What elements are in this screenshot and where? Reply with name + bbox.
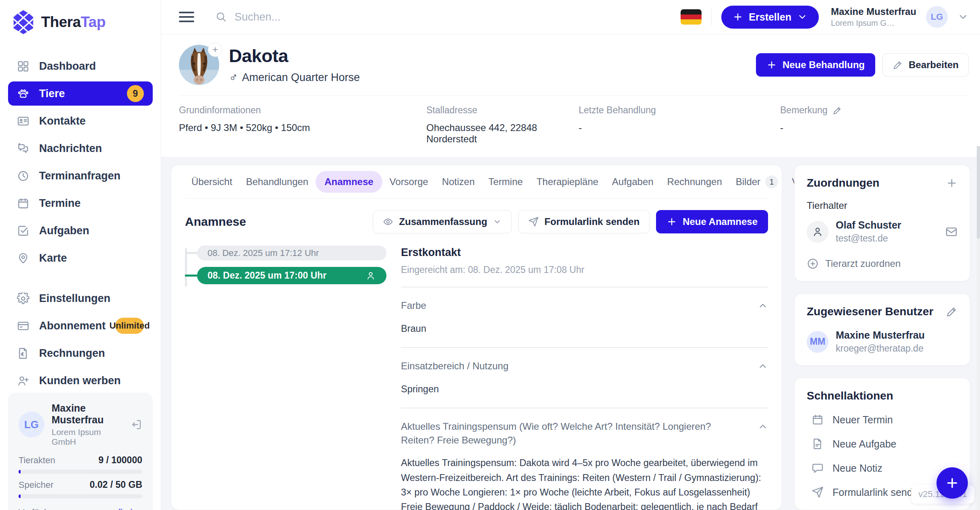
pencil-icon[interactable] [833, 106, 842, 115]
sidebar: TheraTap Dashboard Tiere 9 Kontakte Nach… [0, 0, 161, 510]
sidebar-item-nachrichten[interactable]: Nachrichten [8, 136, 153, 160]
sidebar-item-rechnungen[interactable]: Rechnungen [8, 341, 153, 365]
assigned-user-avatar: MM [807, 331, 828, 353]
send-form-link-label: Formularlink senden [544, 216, 639, 227]
info-label: Bemerkung [780, 105, 828, 116]
account-name: Maxine Musterfrau [52, 402, 123, 426]
quick-action-new-task[interactable]: Neue Aufgabe [807, 438, 958, 450]
sidebar-item-einstellungen[interactable]: Einstellungen [8, 286, 153, 310]
entry-submitted-at: Eingereicht am: 08. Dez. 2025 um 17:08 U… [401, 264, 768, 275]
scrollbar-thumb[interactable] [977, 146, 980, 239]
timeline-entry-1712[interactable]: 08. Dez. 2025 um 17:12 Uhr [197, 246, 386, 260]
menu-toggle-button[interactable] [179, 9, 194, 25]
tab-notizen[interactable]: Notizen [436, 171, 481, 193]
detail-tabs: Übersicht Behandlungen Anamnese Vorsorge… [185, 165, 768, 199]
question-section-trainingspensum: Aktuelles Trainingspensum (Wie oft? Welc… [401, 420, 768, 510]
info-value-grundinformationen: Pferd • 9J 3M • 520kg • 150cm [179, 122, 426, 133]
person-icon [365, 271, 376, 281]
tab-uebersicht[interactable]: Übersicht [185, 171, 239, 193]
chat-bubbles-icon [17, 142, 29, 155]
tab-aufgaben[interactable]: Aufgaben [606, 171, 660, 193]
theratoken-topup-link[interactable]: aufladen [108, 507, 142, 510]
assign-vet-label: Tierarzt zuordnen [825, 258, 901, 269]
assigned-user-row[interactable]: MM Maxine Musterfrau kroeger@theratap.de [807, 329, 958, 354]
topbar-avatar[interactable]: LG [926, 6, 948, 28]
question-toggle-trainingspensum[interactable]: Aktuelles Trainingspensum (Wie oft? Welc… [401, 420, 768, 447]
assigned-user-card: Zugewiesener Benutzer MM Maxine Musterfr… [794, 294, 970, 366]
sidebar-item-label: Rechnungen [39, 347, 105, 360]
paw-icon [17, 87, 29, 100]
tab-therapieplaene[interactable]: Therapiepläne [530, 171, 604, 193]
calendar-icon [17, 197, 29, 210]
account-company: Lorem Ipsum GmbH [52, 427, 123, 447]
sidebar-item-kunden-werben[interactable]: Kunden werben [8, 368, 153, 393]
plus-icon [945, 476, 959, 490]
animal-info-row: Grundinformationen Pferd • 9J 3M • 520kg… [179, 96, 969, 157]
chevron-down-icon [957, 11, 969, 23]
tab-termine[interactable]: Termine [482, 171, 529, 193]
owner-row[interactable]: Olaf Schuster test@test.de [807, 219, 958, 244]
quick-action-label: Neue Notiz [833, 462, 882, 474]
send-form-link-button[interactable]: Formularlink senden [518, 210, 650, 233]
main-area: Erstellen Maxine Musterfrau Lorem Ipsum … [161, 0, 980, 510]
sidebar-item-terminanfragen[interactable]: Terminanfragen [8, 164, 153, 188]
gender-male-icon: ♂ [229, 71, 238, 84]
info-label: Grundinformationen [179, 105, 261, 116]
tab-behandlungen[interactable]: Behandlungen [239, 171, 315, 193]
tab-vorsorge[interactable]: Vorsorge [383, 171, 435, 193]
info-value-stalladresse: Ohechaussee 442, 22848 Norderstedt [426, 122, 579, 145]
floating-add-button[interactable] [936, 467, 968, 499]
add-assignment-button[interactable] [946, 177, 958, 189]
sidebar-item-abonnement[interactable]: Abonnement Unlimited [8, 314, 153, 338]
tab-rechnungen[interactable]: Rechnungen [661, 171, 729, 193]
search-input[interactable] [235, 11, 476, 23]
abonnement-plan-badge: Unlimited [115, 318, 144, 334]
question-toggle-farbe[interactable]: Farbe [401, 299, 768, 312]
person-icon [812, 226, 824, 238]
sidebar-item-termine[interactable]: Termine [8, 191, 153, 215]
speicher-progressbar [19, 494, 142, 498]
user-menu-toggle[interactable] [957, 11, 969, 23]
brand-logo[interactable]: TheraTap [8, 9, 153, 39]
assigned-user-title: Zugewiesener Benutzer [807, 305, 933, 318]
sidebar-item-label: Dashboard [39, 60, 96, 73]
edit-assigned-user-button[interactable] [946, 306, 958, 318]
answer-text: Springen [401, 382, 768, 396]
page-scrollbar[interactable] [977, 146, 980, 510]
avatar-add-photo-button[interactable]: + [208, 42, 222, 57]
sidebar-item-dashboard[interactable]: Dashboard [8, 54, 153, 78]
page-title: Dakota [229, 46, 360, 67]
summary-button[interactable]: Zusammenfassung [373, 210, 512, 233]
topbar-separator [711, 8, 712, 25]
info-value-bemerkung: - [780, 122, 969, 133]
tiere-count-badge: 9 [127, 85, 144, 102]
tab-anamnese[interactable]: Anamnese [316, 171, 382, 193]
email-owner-button[interactable] [945, 225, 958, 238]
sidebar-item-aufgaben[interactable]: Aufgaben [8, 219, 153, 243]
create-button[interactable]: Erstellen [721, 6, 819, 29]
quick-action-new-appointment[interactable]: Neuer Termin [807, 414, 958, 426]
answer-text: Aktuelles Trainingspensum: Dakota wird 4… [401, 456, 768, 510]
animal-breed: American Quarter Horse [242, 71, 360, 84]
animal-header: + Dakota ♂ American Quarter Horse Neue B… [161, 34, 980, 157]
assign-vet-button[interactable]: Tierarzt zuordnen [807, 258, 958, 270]
sidebar-item-tiere[interactable]: Tiere 9 [8, 81, 153, 106]
chevron-up-icon [758, 421, 768, 432]
chat-bubble-icon [812, 462, 824, 474]
new-treatment-button[interactable]: Neue Behandlung [756, 53, 875, 77]
timeline-entry-1700[interactable]: 08. Dez. 2025 um 17:00 Uhr [197, 267, 386, 284]
question-toggle-einsatzbereich[interactable]: Einsatzbereich / Nutzung [401, 359, 768, 373]
sidebar-item-kontakte[interactable]: Kontakte [8, 109, 153, 133]
question-label: Aktuelles Trainingspensum (Wie oft? Welc… [401, 420, 758, 447]
new-anamnese-button[interactable]: Neue Anamnese [656, 210, 768, 233]
tab-bilder[interactable]: Bilder 1 [729, 170, 785, 194]
owner-avatar [807, 221, 828, 243]
account-avatar: LG [19, 412, 44, 437]
quick-action-new-note[interactable]: Neue Notiz [807, 462, 958, 474]
logout-button[interactable] [130, 418, 142, 431]
sidebar-item-karte[interactable]: Karte [8, 246, 153, 270]
edit-button[interactable]: Bearbeiten [882, 53, 969, 77]
quick-action-label: Neue Aufgabe [833, 438, 896, 450]
language-flag-de[interactable] [681, 9, 702, 25]
sidebar-item-label: Aufgaben [39, 225, 89, 237]
